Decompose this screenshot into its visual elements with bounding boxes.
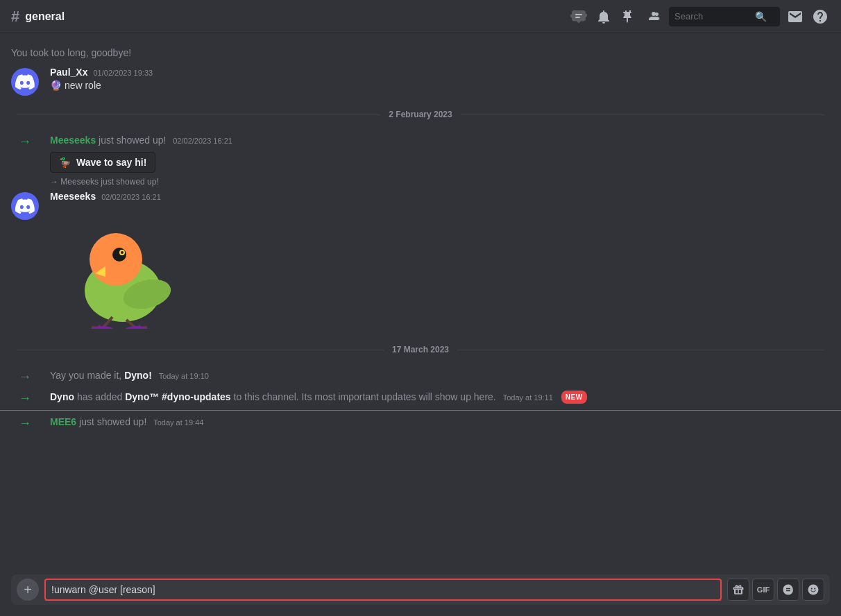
divider-line-left <box>17 114 380 115</box>
dyno-welcome-pre: Yay you made it, <box>50 370 121 381</box>
divider-line-right <box>461 114 824 115</box>
svg-rect-1 <box>575 17 580 18</box>
dyno-update-username: Dyno <box>50 391 74 402</box>
mee6-timestamp: Today at 19:44 <box>153 418 203 427</box>
help-icon <box>812 8 829 25</box>
discord-logo-icon <box>15 74 35 89</box>
meeseeks-join-notice: → Meeseeks just showed up! <box>0 176 841 188</box>
svg-point-7 <box>121 251 124 254</box>
paul-timestamp: 01/02/2023 19:33 <box>93 69 153 77</box>
meeseeks-message-group: Meeseeks 02/02/2023 16:21 <box>0 188 841 334</box>
add-attachment-button[interactable]: + <box>17 579 39 601</box>
channel-hash-icon: # <box>11 9 19 24</box>
messages-area: You took too long, goodbye! Paul_Xx 01/0… <box>0 33 841 569</box>
mee6-system-message: → MEE6 just showed up! Today at 19:44 <box>0 412 841 434</box>
date-divider-text-march: 17 March 2023 <box>392 345 449 354</box>
paul-message-text: 🔮 new role <box>50 79 830 93</box>
threads-icon-btn[interactable] <box>569 7 588 26</box>
meeseeks-avatar <box>11 192 39 220</box>
meeseeks-timestamp-1: 02/02/2023 16:21 <box>173 137 232 145</box>
search-icon: 🔍 <box>755 11 767 22</box>
dyno-welcome-system: → Yay you made it, Dyno! Today at 19:10 <box>0 366 841 387</box>
divider-line-right-2 <box>457 350 824 350</box>
emoji-icon <box>807 583 819 596</box>
meeseeks-message-header: Meeseeks 02/02/2023 16:21 <box>50 191 830 202</box>
gift-icon-btn[interactable] <box>727 579 749 601</box>
meeseeks-username: Meeseeks <box>50 191 96 202</box>
search-bar[interactable]: 🔍 <box>669 7 780 26</box>
input-box: + GIF <box>11 574 830 605</box>
message-input[interactable] <box>44 579 722 601</box>
date-divider-feb: 2 February 2023 <box>17 110 824 119</box>
svg-rect-0 <box>575 14 582 15</box>
meeseeks-name-1: Meeseeks <box>50 135 96 146</box>
date-divider-text-feb: 2 February 2023 <box>389 110 452 119</box>
dyno-update-timestamp: Today at 19:11 <box>503 393 553 402</box>
gif-button[interactable]: GIF <box>752 579 774 601</box>
sticker-icon <box>782 583 795 596</box>
input-area: + GIF <box>0 569 841 616</box>
mee6-system-text: MEE6 just showed up! Today at 19:44 <box>50 415 830 429</box>
paul-avatar <box>11 68 39 96</box>
mee6-name: MEE6 <box>50 416 76 427</box>
svg-point-23 <box>811 588 813 589</box>
header-left: # general <box>11 9 561 24</box>
parrot-image-container <box>50 207 830 331</box>
input-actions: GIF <box>727 579 824 601</box>
divider-line-left-2 <box>17 350 384 350</box>
join-arrow-icon-4: → <box>11 415 39 431</box>
paul-username: Paul_Xx <box>50 67 87 78</box>
inbox-icon <box>787 8 804 25</box>
sticker-icon-btn[interactable] <box>777 579 799 601</box>
new-badge: NEW <box>561 391 587 404</box>
date-divider-march: 17 March 2023 <box>17 345 824 354</box>
svg-point-5 <box>112 248 126 262</box>
partial-top-message: You took too long, goodbye! <box>0 44 841 64</box>
members-icon-btn[interactable] <box>644 7 663 26</box>
gif-label: GIF <box>757 585 770 594</box>
threads-icon <box>570 8 587 25</box>
search-input[interactable] <box>674 11 751 22</box>
gift-icon <box>732 583 745 596</box>
meeseeks-timestamp-2: 02/02/2023 16:21 <box>101 193 161 201</box>
meeseeks-system-message-1: → Meeseeks just showed up! 02/02/2023 16… <box>0 130 841 176</box>
dyno-welcome-text: Yay you made it, Dyno! Today at 19:10 <box>50 368 830 383</box>
wave-button-label: Wave to say hi! <box>76 157 146 168</box>
dyno-update-system: → Dyno has added Dyno™ #dyno-updates to … <box>0 387 841 409</box>
channel-name: general <box>25 10 65 23</box>
svg-point-24 <box>814 588 815 589</box>
bell-icon-btn[interactable] <box>594 7 613 26</box>
header: # general 🔍 <box>0 0 841 33</box>
pin-icon-btn[interactable] <box>619 7 638 26</box>
dyno-update-text: Dyno has added Dyno™ #dyno-updates to th… <box>50 390 830 404</box>
join-arrow-icon-2: → <box>11 368 39 384</box>
wave-button[interactable]: 🦆 Wave to say hi! <box>50 152 155 173</box>
paul-message-group: Paul_Xx 01/02/2023 19:33 🔮 new role <box>0 64 841 99</box>
inbox-icon-btn[interactable] <box>785 7 805 26</box>
new-messages-line <box>0 410 841 411</box>
members-icon <box>645 8 662 25</box>
help-icon-btn[interactable] <box>810 7 830 26</box>
header-icons: 🔍 <box>569 7 830 26</box>
parrot-image <box>50 207 175 329</box>
join-arrow-icon-3: → <box>11 390 39 406</box>
wave-emoji: 🦆 <box>59 157 71 168</box>
join-arrow-icon-1: → <box>11 133 39 149</box>
svg-point-22 <box>808 585 819 595</box>
paul-message-header: Paul_Xx 01/02/2023 19:33 <box>50 67 830 78</box>
pin-icon <box>620 8 637 25</box>
paul-message-content: Paul_Xx 01/02/2023 19:33 🔮 new role <box>50 67 830 96</box>
meeseeks-system-text-1: Meeseeks just showed up! 02/02/2023 16:2… <box>50 133 830 173</box>
meeseeks-message-content: Meeseeks 02/02/2023 16:21 <box>50 191 830 331</box>
bell-icon <box>595 8 612 25</box>
dyno-welcome-timestamp: Today at 19:10 <box>159 372 209 380</box>
new-messages-bar <box>0 410 841 411</box>
emoji-icon-btn[interactable] <box>802 579 824 601</box>
discord-logo-icon-2 <box>15 198 35 214</box>
